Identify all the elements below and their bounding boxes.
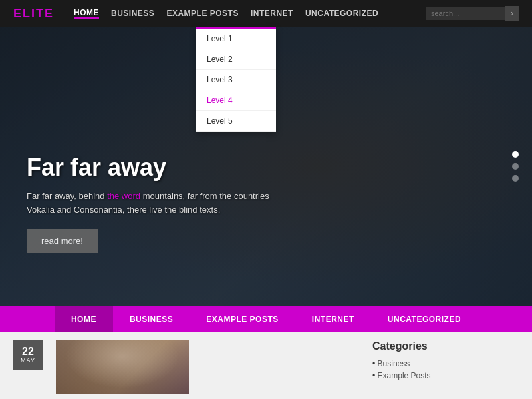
content-area: 22 MAY Categories Business Example Posts (0, 332, 532, 399)
nav-example-posts[interactable]: EXAMPLE POSTS (166, 9, 239, 18)
site-logo[interactable]: ELITE (13, 7, 54, 21)
hero-title: Far far away (27, 154, 293, 182)
sidebar: Categories Business Example Posts (372, 340, 519, 391)
purple-nav-uncategorized[interactable]: UNCATEGORIZED (371, 306, 477, 332)
search-input[interactable] (426, 7, 505, 20)
category-item[interactable]: Business (372, 358, 519, 370)
purple-nav-internet[interactable]: INTERNET (295, 306, 371, 332)
post-date-badge: 22 MAY (13, 340, 43, 370)
logo-accent: E (13, 7, 23, 20)
dropdown-item-5[interactable]: Level 5 (196, 111, 276, 132)
read-more-button[interactable]: read more! (27, 229, 98, 253)
nav-uncategorized[interactable]: UNCATEGORIZED (305, 9, 378, 18)
hero-content: Far far away Far far away, behind the wo… (27, 154, 293, 253)
post-thumbnail[interactable] (56, 340, 189, 394)
hero-text-before: Far far away, behind (27, 191, 107, 201)
post-thumbnail-inner (56, 340, 189, 394)
slider-dots (512, 151, 519, 182)
categories-title: Categories (372, 340, 519, 352)
search-button[interactable]: › (505, 6, 519, 21)
top-nav: HOME BUSINESS EXAMPLE POSTS INTERNET UNC… (74, 8, 426, 19)
search-box: › (426, 6, 519, 21)
dropdown-menu: Level 1 Level 2 Level 3 Level 4 Level 5 (196, 27, 276, 132)
nav-home[interactable]: HOME (74, 8, 99, 19)
purple-nav: HOME BUSINESS EXAMPLE POSTS INTERNET UNC… (0, 306, 532, 332)
post-month: MAY (21, 357, 35, 364)
post-day: 22 (22, 346, 34, 357)
site-header: ELITE HOME BUSINESS EXAMPLE POSTS INTERN… (0, 0, 532, 27)
nav-business[interactable]: BUSINESS (111, 9, 154, 18)
slider-dot-3[interactable] (512, 175, 519, 182)
purple-nav-business[interactable]: BUSINESS (113, 306, 190, 332)
dropdown-item-2[interactable]: Level 2 (196, 49, 276, 70)
dropdown-item-1[interactable]: Level 1 (196, 29, 276, 49)
hero-highlight: the word (107, 191, 140, 201)
slider-dot-1[interactable] (512, 151, 519, 158)
purple-nav-home[interactable]: HOME (55, 306, 113, 332)
nav-internet[interactable]: INTERNET (251, 9, 293, 18)
dropdown-item-3[interactable]: Level 3 (196, 70, 276, 90)
logo-rest: LITE (23, 7, 54, 20)
categories-list: Business Example Posts (372, 358, 519, 382)
hero-description: Far far away, behind the word mountains,… (27, 190, 293, 217)
slider-dot-2[interactable] (512, 163, 519, 170)
purple-nav-example-posts[interactable]: EXAMPLE POSTS (190, 306, 295, 332)
category-item[interactable]: Example Posts (372, 370, 519, 382)
dropdown-item-4[interactable]: Level 4 (196, 90, 276, 111)
